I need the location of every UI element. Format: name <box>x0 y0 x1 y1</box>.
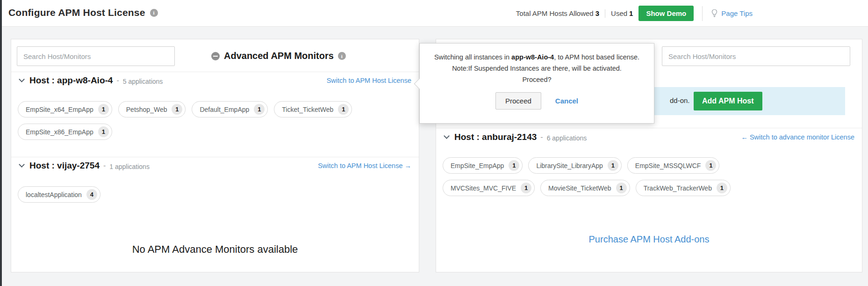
total-allowed-label: Total APM Hosts Allowed <box>516 9 594 17</box>
add-apm-host-button[interactable]: Add APM Host <box>694 92 762 110</box>
right-search-input[interactable] <box>662 46 850 66</box>
app-count-badge: 1 <box>509 160 519 171</box>
app-tag: localtestApplication4 <box>18 186 100 203</box>
page-title: Configure APM Host License <box>8 7 145 18</box>
app-tag-label: Ticket_TicketWeb <box>282 106 333 113</box>
host-separator: - <box>103 161 106 170</box>
page-tips-label: Page Tips <box>721 9 753 17</box>
divider <box>11 157 419 157</box>
switch-to-advance-monitor-license-link[interactable]: ← Switch to advance monitor License <box>741 133 854 141</box>
header: Configure APM Host License i Total APM H… <box>2 0 868 27</box>
used-stat: Used1 <box>611 9 633 17</box>
popover-line3: Proceed? <box>522 76 551 83</box>
header-divider <box>702 6 703 21</box>
total-allowed-stat: Total APM Hosts Allowed3 <box>516 9 599 17</box>
popover-host-name: app-w8-Aio-4 <box>511 53 554 61</box>
proceed-button[interactable]: Proceed <box>495 92 541 110</box>
app-tag: Ticket_TicketWeb1 <box>274 101 352 117</box>
host-name: Host : app-w8-Aio-4 <box>29 75 113 86</box>
popover-line1-prefix: Switching all instances in <box>434 53 511 61</box>
collapse-minus-icon[interactable] <box>211 52 220 60</box>
switch-to-apm-host-license-link[interactable]: Switch to APM Host License <box>327 77 411 84</box>
divider <box>436 128 862 128</box>
switch-to-apm-host-license-link[interactable]: Switch to APM Host License → <box>318 162 411 169</box>
app-tag: LibrarySite_LibraryApp1 <box>528 157 621 174</box>
app-tag-label: LibrarySite_LibraryApp <box>536 162 603 169</box>
page-tips-link[interactable]: Page Tips <box>711 9 753 18</box>
stat-divider <box>605 9 605 18</box>
confirm-popover: Switching all instances in app-w8-Aio-4,… <box>419 43 654 124</box>
chevron-down-icon[interactable] <box>444 133 450 139</box>
app-count-badge: 1 <box>717 183 727 193</box>
app-tag: EmpSite_x64_EmpApp1 <box>18 101 112 117</box>
app-tag: TrackWeb_TrackerWeb1 <box>636 180 731 196</box>
used-value: 1 <box>629 9 633 17</box>
left-search-input[interactable] <box>17 46 175 66</box>
section-title: Advanced APM Monitors <box>224 51 334 61</box>
app-count-badge: 1 <box>338 104 349 115</box>
popover-line2: Note:If Suspended Instances are there, w… <box>452 65 622 72</box>
divider <box>11 72 419 72</box>
app-count-badge: 1 <box>172 104 182 115</box>
chevron-down-icon[interactable] <box>19 76 25 82</box>
host-apps: EmpSite_x64_EmpApp1 Petshop_Web1 Default… <box>18 101 412 146</box>
empty-state-message: No APM Advance Monitors available <box>11 243 419 256</box>
app-count-badge: 1 <box>254 104 265 115</box>
app-tag-label: Default_EmpApp <box>200 106 249 113</box>
window-edge-strip <box>0 0 2 286</box>
tag-row: EmpSite_x64_EmpApp1 Petshop_Web1 Default… <box>18 101 412 117</box>
host-row: Host : vijay-2754 - 1 applications Switc… <box>19 161 411 171</box>
app-tag: Petshop_Web1 <box>118 101 186 117</box>
tag-row: EmpSite_x86_EmpApp1 <box>18 124 412 140</box>
app-tag-label: localtestApplication <box>26 191 82 198</box>
left-panel: Advanced APM Monitors i Host : app-w8-Ai… <box>11 39 419 272</box>
app-tag-label: EmpSite_x64_EmpApp <box>26 106 93 113</box>
popover-line1-suffix: , to APM host based license. <box>554 53 639 61</box>
app-tag-label: MovieSite_TicketWeb <box>548 184 611 192</box>
show-demo-button[interactable]: Show Demo <box>638 6 694 21</box>
app-tag: EmpSite_MSSQLWCF1 <box>627 157 720 174</box>
popover-actions: Proceed Cancel <box>420 92 654 110</box>
host-name: Host : anburaj-2143 <box>454 132 537 142</box>
tag-row: localtestApplication4 <box>18 186 412 203</box>
host-separator: - <box>540 133 543 141</box>
purchase-apm-host-addons-link[interactable]: Purchase APM Host Add-ons <box>436 234 862 245</box>
addon-banner-text: dd-on. <box>670 96 690 104</box>
tag-row: EmpSite_EmpApp1 LibrarySite_LibraryApp1 … <box>443 157 855 174</box>
popover-message: Switching all instances in app-w8-Aio-4,… <box>420 44 654 85</box>
app-count-badge: 1 <box>608 160 618 171</box>
lightbulb-icon <box>711 9 718 18</box>
host-apps: localtestApplication4 <box>18 186 412 209</box>
cancel-button[interactable]: Cancel <box>555 97 578 105</box>
used-label: Used <box>611 9 627 17</box>
host-app-count: 1 applications <box>109 161 150 170</box>
total-allowed-value: 3 <box>595 9 599 17</box>
app-count-badge: 4 <box>86 189 97 200</box>
app-tag: MovieSite_TicketWeb1 <box>540 180 630 196</box>
section-info-icon[interactable]: i <box>338 52 346 60</box>
app-count-badge: 1 <box>98 126 109 137</box>
app-count-badge: 1 <box>521 183 531 193</box>
host-app-count: 5 applications <box>123 76 163 85</box>
app-tag-label: TrackWeb_TrackerWeb <box>644 184 712 192</box>
app-tag: EmpSite_x86_EmpApp1 <box>18 124 112 140</box>
app-tag-label: EmpSite_x86_EmpApp <box>26 128 93 136</box>
host-row: Host : anburaj-2143 - 6 applications ← S… <box>444 132 854 142</box>
host-apps: EmpSite_EmpApp1 LibrarySite_LibraryApp1 … <box>443 157 855 202</box>
app-tag-label: MVCSites_MVC_FIVE <box>451 184 516 192</box>
tag-row: MVCSites_MVC_FIVE1 MovieSite_TicketWeb1 … <box>443 180 855 196</box>
page-root: Configure APM Host License i Total APM H… <box>0 0 868 286</box>
host-name: Host : vijay-2754 <box>29 161 100 171</box>
section-head: Advanced APM Monitors i <box>211 51 346 61</box>
app-tag: MVCSites_MVC_FIVE1 <box>443 180 535 196</box>
chevron-down-icon[interactable] <box>19 161 25 168</box>
title-info-icon[interactable]: i <box>150 9 158 17</box>
app-tag-label: Petshop_Web <box>126 106 167 113</box>
app-tag: EmpSite_EmpApp1 <box>443 157 523 174</box>
app-tag: Default_EmpApp1 <box>192 101 268 117</box>
app-tag-label: EmpSite_EmpApp <box>451 162 504 169</box>
header-right: Total APM Hosts Allowed3 Used1 Show Demo… <box>516 0 753 27</box>
app-count-badge: 1 <box>616 183 627 193</box>
host-row: Host : app-w8-Aio-4 - 5 applications Swi… <box>19 75 411 86</box>
page-title-wrap: Configure APM Host License i <box>8 7 158 18</box>
